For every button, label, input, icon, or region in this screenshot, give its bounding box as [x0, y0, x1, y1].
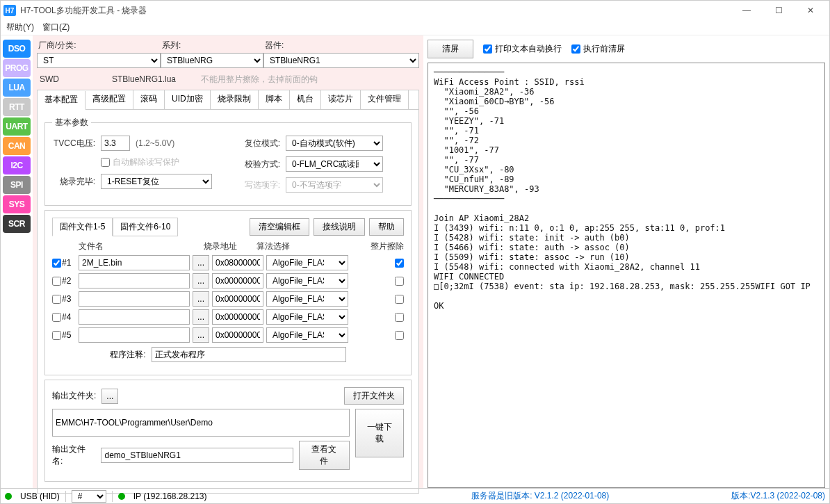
series-select[interactable]: STBlueNRG	[161, 53, 263, 68]
file-enable-check[interactable]	[52, 277, 61, 286]
file-enable-check[interactable]	[52, 259, 61, 268]
file-erase-check[interactable]	[395, 259, 404, 268]
usb-led-icon	[5, 493, 12, 500]
note-input[interactable]	[152, 347, 346, 362]
tab-8[interactable]: 文件管理	[361, 90, 409, 109]
device-label: 器件:	[263, 40, 419, 51]
series-label: 系列:	[161, 40, 263, 51]
tab-3[interactable]: UID加密	[165, 90, 211, 109]
output-section: 输出文件夹: ... 打开文件夹 输出文件名: 查看文	[44, 380, 412, 482]
ip-status: IP (192.168.28.213)	[133, 491, 207, 501]
wrap-check[interactable]	[483, 44, 492, 54]
tvcc-input[interactable]	[101, 136, 130, 151]
browse-folder-button[interactable]: ...	[101, 389, 118, 404]
file-addr-input[interactable]	[212, 291, 263, 307]
vendor-label: 厂商/分类:	[37, 40, 161, 51]
output-path-input[interactable]	[52, 409, 350, 437]
done-select[interactable]: 1-RESET复位	[101, 174, 212, 189]
output-name-input[interactable]	[101, 448, 293, 463]
file-addr-input[interactable]	[212, 309, 263, 325]
sidebar-uart[interactable]: UART	[3, 117, 31, 136]
file-browse-button[interactable]: ...	[193, 273, 209, 288]
maximize-button[interactable]: ☐	[763, 1, 795, 20]
file-erase-check[interactable]	[395, 331, 404, 340]
auto-unprotect-check[interactable]	[101, 158, 110, 167]
reset-select[interactable]: 0-自动模式(软件)	[286, 136, 383, 151]
sidebar-rtt[interactable]: RTT	[3, 98, 31, 116]
download-button[interactable]: 一键下载	[355, 409, 404, 457]
file-name-input[interactable]	[79, 327, 190, 343]
help-button[interactable]: 帮助	[369, 218, 404, 236]
sidebar-lua[interactable]: LUA	[3, 79, 31, 97]
file-addr-input[interactable]	[212, 273, 263, 288]
file-name-input[interactable]	[79, 291, 190, 307]
file-browse-button[interactable]: ...	[193, 291, 209, 307]
file-name-input[interactable]	[79, 273, 190, 288]
window-title: H7-TOOL多功能开发工具 - 烧录器	[20, 5, 731, 17]
file-algo-header: 算法选择	[257, 241, 339, 252]
file-algo-select[interactable]: AlgoFile_FLASH	[266, 273, 348, 288]
verify-label: 校验方式:	[238, 158, 280, 170]
file-algo-select[interactable]: AlgoFile_FLASH	[266, 291, 348, 307]
output-folder-label: 输出文件夹:	[52, 390, 96, 402]
vendor-select[interactable]: ST	[37, 53, 161, 68]
file-algo-select[interactable]: AlgoFile_FLASH	[266, 309, 348, 325]
basic-legend: 基本参数	[52, 117, 91, 129]
file-erase-check[interactable]	[395, 295, 404, 304]
file-enable-check[interactable]	[52, 313, 61, 322]
open-folder-button[interactable]: 打开文件夹	[344, 387, 404, 405]
file-erase-check[interactable]	[395, 277, 404, 286]
sidebar-spi[interactable]: SPI	[3, 176, 31, 194]
wropt-select[interactable]: 0-不写选项字	[286, 177, 383, 193]
verify-select[interactable]: 0-FLM_CRC或读回校验	[286, 156, 383, 172]
sidebar-can[interactable]: CAN	[3, 137, 31, 155]
file-browse-button[interactable]: ...	[193, 255, 209, 270]
menu-help[interactable]: 帮助(Y)	[6, 22, 34, 33]
close-button[interactable]: ✕	[795, 1, 827, 20]
tab-4[interactable]: 烧录限制	[211, 90, 259, 109]
file-name-input[interactable]	[79, 309, 190, 325]
tvcc-range: (1.2~5.0V)	[136, 138, 174, 148]
clear-log-button[interactable]: 清屏	[428, 40, 473, 58]
tab-2[interactable]: 滚码	[133, 90, 165, 109]
sidebar-sys[interactable]: SYS	[3, 195, 31, 213]
right-pane: 清屏 打印文本自动换行 执行前清屏 ────────────── WiFi Ac…	[423, 35, 829, 488]
wiring-button[interactable]: 接线说明	[314, 218, 365, 236]
device-select[interactable]: STBlueNRG1	[263, 53, 419, 68]
server-version: 服务器是旧版本: V2.1.2 (2022-01-08)	[471, 490, 609, 502]
clear-edit-button[interactable]: 清空编辑框	[250, 218, 309, 236]
file-browse-button[interactable]: ...	[193, 309, 209, 325]
tab-0[interactable]: 基本配置	[38, 91, 86, 110]
file-addr-input[interactable]	[212, 327, 263, 343]
file-name-input[interactable]	[79, 255, 190, 270]
basic-params: 基本参数 TVCC电压: (1.2~5.0V) 自动解除读	[44, 117, 412, 206]
file-algo-select[interactable]: AlgoFile_FLASH	[266, 327, 348, 343]
file-name-header: 文件名	[79, 241, 204, 252]
preclear-check[interactable]	[571, 44, 580, 54]
view-file-button[interactable]: 查看文件	[299, 441, 350, 470]
tab-6[interactable]: 机台	[290, 90, 321, 109]
sidebar-prog[interactable]: PROG	[3, 59, 31, 77]
erase-hint: 不能用整片擦除，去掉前面的钩	[201, 74, 318, 86]
file-tab-1-5[interactable]: 固件文件1-5	[52, 218, 113, 236]
config-tabs: 基本配置高级配置滚码UID加密烧录限制脚本机台读芯片文件管理	[37, 90, 419, 110]
tab-5[interactable]: 脚本	[259, 90, 290, 109]
menu-window[interactable]: 窗口(Z)	[42, 22, 70, 33]
auto-unprotect-label: 自动解除读写保护	[113, 156, 179, 168]
sidebar-dso[interactable]: DSO	[3, 40, 31, 58]
sidebar-i2c[interactable]: I2C	[3, 156, 31, 174]
file-browse-button[interactable]: ...	[193, 327, 209, 343]
tab-7[interactable]: 读芯片	[321, 90, 361, 109]
slot-select[interactable]: #07	[72, 490, 106, 503]
tab-1[interactable]: 高级配置	[86, 90, 133, 109]
log-output[interactable]: ────────────── WiFi Access Point : SSID,…	[428, 63, 825, 488]
file-enable-check[interactable]	[52, 331, 61, 340]
app-version: 版本:V2.1.3 (2022-02-08)	[731, 490, 825, 502]
file-tab-6-10[interactable]: 固件文件6-10	[113, 218, 178, 236]
file-erase-check[interactable]	[395, 313, 404, 322]
file-algo-select[interactable]: AlgoFile_FLASH	[266, 255, 348, 270]
file-enable-check[interactable]	[52, 295, 61, 304]
minimize-button[interactable]: —	[731, 1, 763, 20]
file-addr-input[interactable]	[212, 255, 263, 270]
sidebar-scr[interactable]: SCR	[3, 215, 31, 233]
